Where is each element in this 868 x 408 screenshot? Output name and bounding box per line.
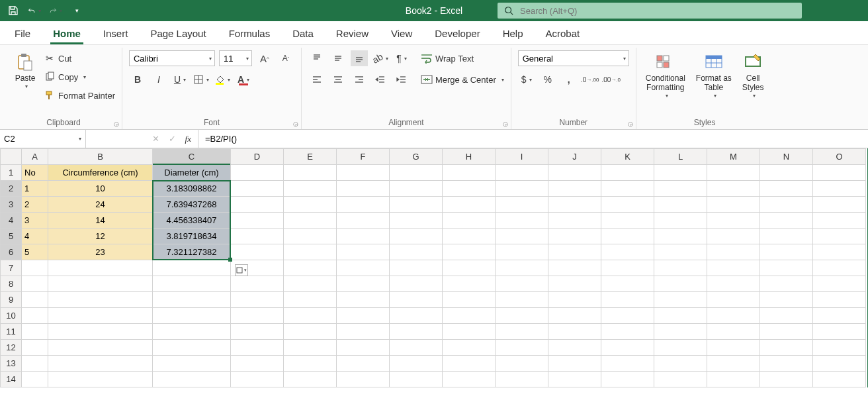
cell[interactable] bbox=[496, 324, 548, 340]
cell[interactable] bbox=[284, 324, 337, 340]
cell[interactable] bbox=[337, 324, 390, 340]
cell[interactable] bbox=[284, 276, 337, 292]
cell[interactable] bbox=[813, 181, 866, 197]
cell[interactable]: 10 bbox=[48, 181, 153, 197]
cell[interactable] bbox=[496, 165, 548, 181]
cell[interactable] bbox=[231, 213, 284, 229]
cell[interactable] bbox=[601, 213, 654, 229]
cell[interactable] bbox=[231, 165, 284, 181]
cell[interactable] bbox=[496, 308, 548, 324]
format-as-table-button[interactable]: Format as Table bbox=[693, 50, 734, 100]
cell[interactable] bbox=[22, 308, 48, 324]
cell[interactable] bbox=[390, 340, 443, 356]
cell[interactable] bbox=[231, 356, 284, 372]
undo-button[interactable] bbox=[28, 4, 41, 17]
cell[interactable] bbox=[496, 340, 548, 356]
cell[interactable] bbox=[390, 260, 443, 276]
cell[interactable] bbox=[443, 308, 496, 324]
cell[interactable] bbox=[284, 308, 337, 324]
cell[interactable] bbox=[601, 324, 654, 340]
cell[interactable] bbox=[284, 292, 337, 308]
cell[interactable] bbox=[390, 276, 443, 292]
cell[interactable] bbox=[231, 308, 284, 324]
cell[interactable] bbox=[337, 292, 390, 308]
cell[interactable]: 4 bbox=[22, 229, 48, 244]
cell[interactable] bbox=[760, 229, 813, 244]
cell[interactable] bbox=[760, 260, 813, 276]
cell[interactable] bbox=[48, 276, 153, 292]
font-color-button[interactable]: A bbox=[235, 72, 252, 87]
cell[interactable] bbox=[231, 292, 284, 308]
cell[interactable] bbox=[654, 308, 707, 324]
cell[interactable] bbox=[284, 229, 337, 244]
row-header[interactable]: 6 bbox=[1, 244, 22, 260]
cell[interactable] bbox=[231, 197, 284, 213]
row-header[interactable]: 10 bbox=[1, 308, 22, 324]
cell[interactable] bbox=[654, 165, 707, 181]
cell[interactable]: 7.639437268 bbox=[153, 197, 231, 213]
cell[interactable] bbox=[760, 244, 813, 260]
cell[interactable] bbox=[548, 197, 601, 213]
cut-button[interactable]: ✂ Cut bbox=[44, 50, 115, 66]
cell[interactable] bbox=[813, 292, 866, 308]
cell[interactable] bbox=[654, 372, 707, 387]
cell[interactable] bbox=[601, 197, 654, 213]
cell[interactable] bbox=[601, 276, 654, 292]
cell[interactable] bbox=[337, 340, 390, 356]
cell[interactable] bbox=[813, 165, 866, 181]
cell[interactable]: 4.456338407 bbox=[153, 213, 231, 229]
cell[interactable] bbox=[707, 276, 760, 292]
cell[interactable] bbox=[548, 165, 601, 181]
cell[interactable]: 7.321127382 bbox=[153, 244, 231, 260]
cell[interactable] bbox=[548, 292, 601, 308]
cell[interactable]: 2 bbox=[22, 197, 48, 213]
cell[interactable] bbox=[443, 213, 496, 229]
redo-button[interactable] bbox=[49, 4, 62, 17]
column-header[interactable]: G bbox=[390, 149, 443, 165]
cell[interactable] bbox=[443, 356, 496, 372]
cell[interactable] bbox=[654, 260, 707, 276]
cell[interactable] bbox=[390, 292, 443, 308]
increase-decimal-button[interactable]: .0→.00 bbox=[582, 72, 599, 87]
cell[interactable] bbox=[337, 181, 390, 197]
italic-button[interactable]: I bbox=[150, 72, 167, 87]
cell[interactable]: 12 bbox=[48, 229, 153, 244]
tab-file[interactable]: File bbox=[12, 24, 33, 44]
cell[interactable] bbox=[654, 229, 707, 244]
cell[interactable] bbox=[813, 276, 866, 292]
cell[interactable] bbox=[22, 324, 48, 340]
cell[interactable] bbox=[337, 260, 390, 276]
clipboard-launcher-icon[interactable]: ◶ bbox=[114, 121, 119, 127]
cell[interactable] bbox=[231, 229, 284, 244]
row-header[interactable]: 4 bbox=[1, 213, 22, 229]
cell[interactable] bbox=[654, 356, 707, 372]
cell[interactable] bbox=[813, 356, 866, 372]
cell[interactable] bbox=[707, 229, 760, 244]
cell[interactable] bbox=[760, 213, 813, 229]
merge-center-button[interactable]: Merge & Center bbox=[421, 72, 504, 87]
cell[interactable] bbox=[654, 292, 707, 308]
cell[interactable] bbox=[231, 181, 284, 197]
cell[interactable] bbox=[654, 340, 707, 356]
cancel-formula-icon[interactable]: ✕ bbox=[152, 134, 159, 144]
cell[interactable] bbox=[707, 197, 760, 213]
cell[interactable] bbox=[813, 213, 866, 229]
cell[interactable] bbox=[760, 276, 813, 292]
cell[interactable] bbox=[443, 229, 496, 244]
tab-home[interactable]: Home bbox=[50, 24, 83, 44]
cell[interactable] bbox=[496, 292, 548, 308]
align-middle-button[interactable] bbox=[329, 50, 347, 66]
cell[interactable] bbox=[231, 276, 284, 292]
cell[interactable] bbox=[153, 372, 231, 387]
cell[interactable] bbox=[284, 181, 337, 197]
row-header[interactable]: 1 bbox=[1, 165, 22, 181]
cell[interactable] bbox=[548, 244, 601, 260]
cell[interactable] bbox=[601, 229, 654, 244]
decrease-indent-button[interactable] bbox=[372, 72, 389, 87]
cell[interactable] bbox=[390, 165, 443, 181]
cell[interactable] bbox=[496, 197, 548, 213]
cell[interactable] bbox=[707, 340, 760, 356]
cell[interactable] bbox=[443, 372, 496, 387]
cell[interactable] bbox=[813, 197, 866, 213]
cell[interactable] bbox=[548, 276, 601, 292]
